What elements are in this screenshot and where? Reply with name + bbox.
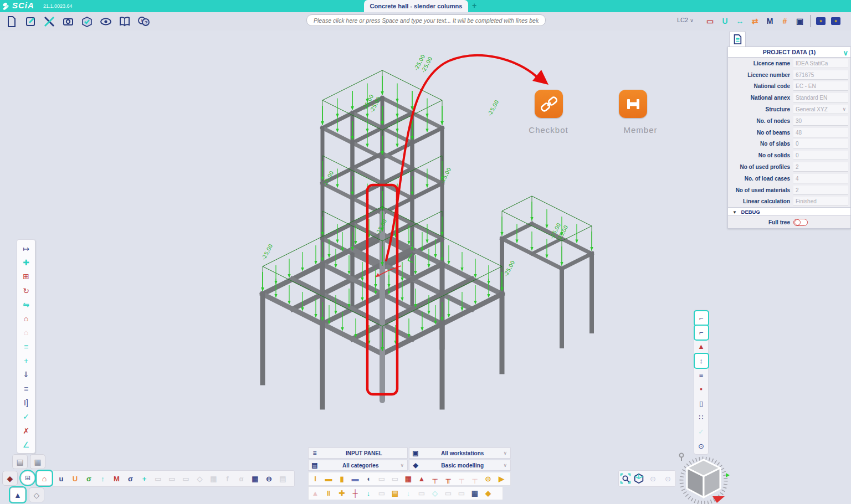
delete-table-icon[interactable]: ✗ [18, 424, 34, 438]
function-f-disabled-icon[interactable]: f [221, 472, 234, 486]
debug-section-header[interactable]: ▼ DEBUG [728, 207, 850, 215]
eurocode-tool-1-icon[interactable]: ✶ [816, 17, 826, 25]
undo-modelling-icon[interactable]: U [717, 14, 732, 28]
rename-icon[interactable]: I] [18, 395, 34, 409]
layers-database-icon[interactable]: ≡ [695, 368, 708, 382]
table-minus-icon[interactable]: ⊖ [262, 472, 276, 486]
stress-sigma-icon[interactable]: σ [82, 472, 96, 486]
support-point-icon[interactable]: ┬ [428, 472, 442, 486]
deformation-rainbow-icon[interactable]: U [68, 472, 82, 486]
row-value[interactable]: EC - EN [793, 81, 848, 91]
column-pair-icon[interactable]: ‖ [322, 487, 335, 500]
member-app-icon[interactable] [619, 90, 647, 118]
plate-disabled-4-icon[interactable]: ▭ [455, 487, 468, 500]
add-node-icon[interactable]: ✚ [18, 255, 34, 269]
support-disabled-1-icon[interactable]: ┬ [455, 472, 468, 486]
shell-icon[interactable]: ▲ [415, 472, 428, 486]
eurocode-tool-2-icon[interactable]: ✶ [831, 17, 840, 25]
row-value[interactable]: 30 [793, 116, 848, 126]
numbering-lock-icon[interactable]: # [777, 14, 792, 28]
workstations-dropdown[interactable]: ▣ All workstations ∨ [409, 448, 511, 459]
paste-below-icon[interactable]: ⇓ [18, 368, 34, 382]
cross-link-icon[interactable]: ✚ [335, 487, 348, 500]
row-value[interactable]: 4 [793, 174, 848, 183]
moment-m-icon[interactable]: M [110, 472, 124, 486]
refresh-results-icon[interactable]: ⇄ [747, 14, 762, 28]
panel-collapse-icon[interactable]: ∨ [843, 48, 848, 58]
layer-move-icon[interactable]: ≡ [18, 340, 34, 353]
plate-disabled-icon[interactable]: ▭ [375, 487, 388, 500]
project-data-tab[interactable] [729, 31, 746, 47]
slab-disabled-icon[interactable]: ▭ [375, 472, 388, 486]
check-structure-icon[interactable]: ✓ [18, 410, 34, 424]
slab-hole-icon[interactable]: ◆ [481, 487, 495, 500]
row-value[interactable]: Finished [793, 197, 848, 206]
hinge-icon[interactable]: ⊙ [481, 472, 495, 486]
zoom-all-icon[interactable] [619, 472, 632, 485]
structure-dropdown-icon[interactable]: ∨ [842, 105, 846, 114]
load-panel-icon[interactable]: ▦ [402, 472, 415, 486]
copy-add-icon[interactable]: ⊞ [18, 270, 34, 284]
stretch-view-icon[interactable]: ↕ [695, 354, 708, 368]
slab-results-disabled-icon[interactable]: ▭ [151, 472, 165, 486]
check-model-icon[interactable] [80, 15, 94, 28]
clipping-box-icon[interactable]: ▪ [695, 382, 708, 396]
new-window-icon[interactable]: ▣ [792, 14, 807, 28]
wall-icon[interactable]: ◖ [362, 472, 375, 486]
edit-project-icon[interactable] [23, 15, 38, 28]
beam-load-icon[interactable]: ↓ [362, 487, 375, 500]
full-tree-toggle[interactable] [793, 219, 808, 226]
deformation-u-icon[interactable]: u [54, 472, 68, 486]
mesh-lock-icon[interactable]: M [762, 14, 777, 28]
view-frame-2-icon[interactable]: ⌐ [695, 326, 708, 340]
hide-selection-icon[interactable]: ⊙ [646, 472, 660, 486]
alpha-disabled-icon[interactable]: α [234, 472, 248, 486]
column-vertical-icon[interactable]: ▮ [335, 472, 348, 486]
workstation-materials-icon[interactable]: ▦ [30, 454, 45, 469]
project-tab[interactable]: Concrete hall - slender columns [364, 0, 468, 12]
search-input[interactable] [306, 14, 546, 26]
row-value[interactable]: 48 [793, 128, 848, 137]
layer-stack-icon[interactable]: ≡ [18, 382, 34, 395]
plate-disabled-2-icon[interactable]: ▭ [415, 487, 428, 500]
small-node-icon[interactable]: + [18, 353, 34, 367]
slab-icon[interactable]: ▬ [348, 472, 362, 486]
print-disabled-icon[interactable]: ▤ [276, 472, 290, 486]
connect-member-icon[interactable]: ▶ [495, 472, 508, 486]
reactions-icon[interactable]: ↑ [96, 472, 110, 486]
categories-dropdown[interactable]: ▤ All categories ∨ [308, 460, 408, 471]
solid-disabled-icon[interactable]: ▦ [207, 472, 221, 486]
mirror-icon[interactable]: ⇋ [18, 297, 34, 311]
row-value[interactable]: 671675 [793, 70, 848, 80]
support-disabled-2-icon[interactable]: ┬ [468, 472, 481, 486]
frame-template-icon[interactable]: ⌂ [18, 311, 34, 325]
supports-display-icon[interactable]: ▲ [695, 340, 708, 353]
checkbot-app-icon[interactable] [535, 90, 563, 118]
profile-ibeam-icon[interactable]: I [309, 472, 322, 486]
tools-icon[interactable] [42, 15, 57, 28]
workstation-steel-icon[interactable]: ▤ [12, 454, 28, 469]
view-3d-box-icon[interactable] [633, 472, 645, 485]
help-icon[interactable]: ? ! [136, 15, 151, 28]
row-value[interactable]: 0 [793, 139, 848, 148]
rotate-icon[interactable]: ↻ [18, 284, 34, 297]
row-value[interactable]: IDEA StatiCa [793, 59, 848, 68]
table-results-icon[interactable]: ▦ [248, 472, 262, 486]
show-selection-icon[interactable]: ⊙ [661, 472, 675, 486]
opening-disabled-icon[interactable]: ▭ [388, 472, 402, 486]
row-value[interactable]: 0 [793, 151, 848, 160]
ribbed-slab-icon[interactable]: ▦ [468, 487, 481, 500]
slab-moment-disabled-icon[interactable]: ▭ [179, 472, 193, 486]
workstation-hub-icon[interactable]: ⊞ [20, 471, 35, 485]
dimension-line-icon[interactable]: ∠ [18, 438, 34, 451]
row-value[interactable]: Standard EN [793, 93, 848, 102]
node-results-icon[interactable]: + [137, 472, 151, 486]
view-frame-1-icon[interactable]: ⌐ [695, 311, 708, 325]
library-book-icon[interactable] [117, 15, 132, 28]
camera-view-icon[interactable] [61, 15, 75, 28]
workstation-grid-icon[interactable]: ◇ [29, 487, 44, 502]
rigid-arms-icon[interactable]: ▤ [388, 487, 402, 500]
beam-horizontal-icon[interactable]: ▬ [322, 472, 335, 486]
workstation-frame-icon[interactable]: ⌂ [37, 471, 52, 486]
support-frame-icon[interactable]: ╥ [442, 472, 455, 486]
